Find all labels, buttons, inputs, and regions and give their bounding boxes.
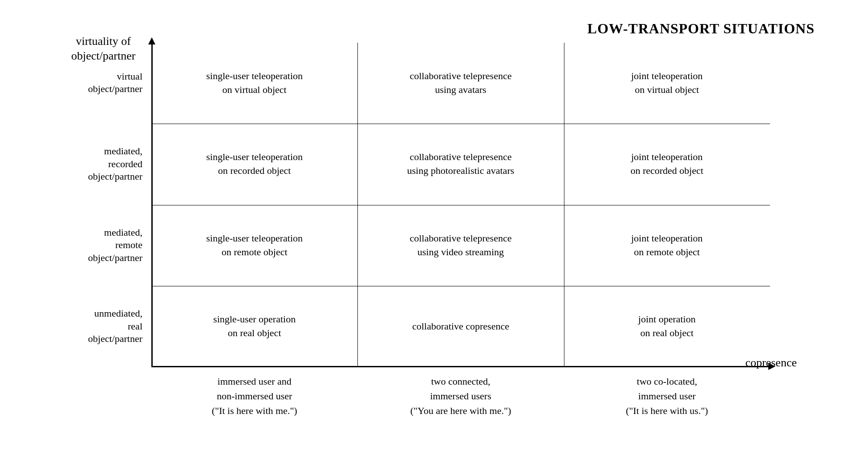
x-axis-label: copresence: [746, 356, 797, 370]
chart-area: virtual object/partner mediated, recorde…: [151, 43, 770, 367]
cell-0-0: single-user teleoperation on virtual obj…: [151, 43, 357, 124]
cell-2-1: collaborative telepresence using video s…: [357, 205, 564, 286]
row-labels: virtual object/partner mediated, recorde…: [45, 43, 147, 367]
cell-1-0: single-user teleoperation on recorded ob…: [151, 124, 357, 205]
bottom-label-2-line3: ("It is here with us."): [564, 403, 770, 418]
cell-0-1: collaborative telepresence using avatars: [357, 43, 564, 124]
bottom-labels: immersed user and non-immersed user ("It…: [151, 370, 770, 438]
cell-3-0: single-user operation on real object: [151, 286, 357, 367]
bottom-label-0-line1: immersed user and: [151, 374, 357, 389]
bottom-label-2: two co-located, immersed user ("It is he…: [564, 370, 770, 438]
bottom-label-0: immersed user and non-immersed user ("It…: [151, 370, 357, 438]
cell-3-2: joint operation on real object: [564, 286, 770, 367]
cell-3-1: collaborative copresence: [357, 286, 564, 367]
bottom-label-1-line1: two connected,: [357, 374, 564, 389]
bottom-label-0-line2: non-immersed user: [151, 389, 357, 403]
cell-2-0: single-user teleoperation on remote obje…: [151, 205, 357, 286]
page: LOW-TRANSPORT SITUATIONS virtuality of o…: [0, 0, 868, 454]
row-label-mediated-recorded: mediated, recorded object/partner: [88, 145, 142, 183]
bottom-label-1-line3: ("You are here with me."): [357, 403, 564, 418]
bottom-label-1: two connected, immersed users ("You are …: [357, 370, 564, 438]
row-label-unmediated: unmediated, real object/partner: [88, 307, 142, 346]
row-label-virtual: virtual object/partner: [88, 70, 142, 96]
cell-1-1: collaborative telepresence using photore…: [357, 124, 564, 205]
page-title: LOW-TRANSPORT SITUATIONS: [588, 20, 815, 37]
bottom-label-1-line2: immersed users: [357, 389, 564, 403]
bottom-label-2-line1: two co-located,: [564, 374, 770, 389]
row-label-mediated-remote: mediated, remote object/partner: [88, 226, 142, 265]
cell-1-2: joint teleoperation on recorded object: [564, 124, 770, 205]
diagram: LOW-TRANSPORT SITUATIONS virtuality of o…: [45, 16, 823, 438]
cell-0-2: joint teleoperation on virtual object: [564, 43, 770, 124]
bottom-label-2-line2: immersed user: [564, 389, 770, 403]
bottom-label-0-line3: ("It is here with me."): [151, 403, 357, 418]
cell-2-2: joint teleoperation on remote object: [564, 205, 770, 286]
